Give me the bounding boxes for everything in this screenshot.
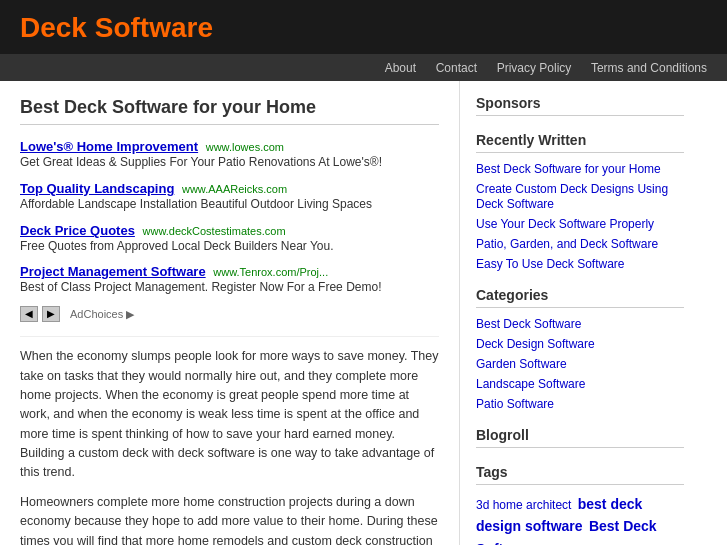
recently-link-1[interactable]: Best Deck Software for your Home [476,162,661,176]
recently-link-4[interactable]: Patio, Garden, and Deck Software [476,237,658,251]
tags-cloud: 3d home architect best deck design softw… [476,493,684,545]
tags-section: Tags 3d home architect best deck design … [476,464,684,545]
ad-1-title[interactable]: Lowe's® Home Improvement [20,139,198,154]
list-item: Landscape Software [476,376,684,391]
categories-list: Best Deck Software Deck Design Software … [476,316,684,411]
sponsors-section: Sponsors [476,95,684,116]
site-title: Deck Software [20,12,707,44]
list-item: Use Your Deck Software Properly [476,216,684,231]
recently-written-heading: Recently Written [476,132,684,153]
page-title: Best Deck Software for your Home [20,97,439,125]
categories-heading: Categories [476,287,684,308]
ad-nav: ◀ ▶ AdChoices ▶ [20,306,439,322]
blogroll-section: Blogroll [476,427,684,448]
ad-1: Lowe's® Home Improvement www.lowes.com G… [20,139,439,171]
categories-section: Categories Best Deck Software Deck Desig… [476,287,684,411]
ad-2-url: www.AAAReicks.com [182,183,287,195]
tag-3d-home[interactable]: 3d home architect [476,498,571,512]
list-item: Patio, Garden, and Deck Software [476,236,684,251]
category-link-3[interactable]: Garden Software [476,357,567,371]
ad-4-desc: Best of Class Project Management. Regist… [20,279,439,296]
ad-2-desc: Affordable Landscape Installation Beauti… [20,196,439,213]
blogroll-heading: Blogroll [476,427,684,448]
list-item: Create Custom Deck Designs Using Deck So… [476,181,684,211]
nav-contact[interactable]: Contact [436,61,477,75]
recently-link-5[interactable]: Easy To Use Deck Software [476,257,625,271]
list-item: Patio Software [476,396,684,411]
list-item: Garden Software [476,356,684,371]
recently-written-list: Best Deck Software for your Home Create … [476,161,684,271]
list-item: Easy To Use Deck Software [476,256,684,271]
list-item: Best Deck Software for your Home [476,161,684,176]
recently-written-section: Recently Written Best Deck Software for … [476,132,684,271]
nav-privacy[interactable]: Privacy Policy [497,61,572,75]
recently-link-3[interactable]: Use Your Deck Software Properly [476,217,654,231]
list-item: Deck Design Software [476,336,684,351]
ad-2: Top Quality Landscaping www.AAAReicks.co… [20,181,439,213]
sidebar: Sponsors Recently Written Best Deck Soft… [460,81,700,545]
header: Deck Software [0,0,727,54]
article-paragraph-1: When the economy slumps people look for … [20,347,439,483]
sponsors-heading: Sponsors [476,95,684,116]
ads-section: Lowe's® Home Improvement www.lowes.com G… [20,139,439,337]
article-paragraph-2: Homeowners complete more home constructi… [20,493,439,545]
ad-2-title[interactable]: Top Quality Landscaping [20,181,174,196]
ad-1-desc: Get Great Ideas & Supplies For Your Pati… [20,154,439,171]
category-link-1[interactable]: Best Deck Software [476,317,581,331]
page-wrapper: Best Deck Software for your Home Lowe's®… [0,81,727,545]
main-content: Best Deck Software for your Home Lowe's®… [0,81,460,545]
list-item: Best Deck Software [476,316,684,331]
nav-bar: About Contact Privacy Policy Terms and C… [0,54,727,81]
ad-next-button[interactable]: ▶ [42,306,60,322]
recently-link-2[interactable]: Create Custom Deck Designs Using Deck So… [476,182,668,211]
ad-4-title[interactable]: Project Management Software [20,264,206,279]
ad-3-title[interactable]: Deck Price Quotes [20,223,135,238]
ad-3-url: www.deckCostestimates.com [143,225,286,237]
adchoices-label: AdChoices ▶ [70,308,134,321]
ad-prev-button[interactable]: ◀ [20,306,38,322]
ad-3: Deck Price Quotes www.deckCostestimates.… [20,223,439,255]
tags-heading: Tags [476,464,684,485]
ad-1-url: www.lowes.com [206,141,284,153]
category-link-5[interactable]: Patio Software [476,397,554,411]
category-link-4[interactable]: Landscape Software [476,377,585,391]
ad-4: Project Management Software www.Tenrox.c… [20,264,439,296]
nav-about[interactable]: About [385,61,416,75]
ad-4-url: www.Tenrox.com/Proj... [213,266,328,278]
category-link-2[interactable]: Deck Design Software [476,337,595,351]
nav-terms[interactable]: Terms and Conditions [591,61,707,75]
ad-3-desc: Free Quotes from Approved Local Deck Bui… [20,238,439,255]
